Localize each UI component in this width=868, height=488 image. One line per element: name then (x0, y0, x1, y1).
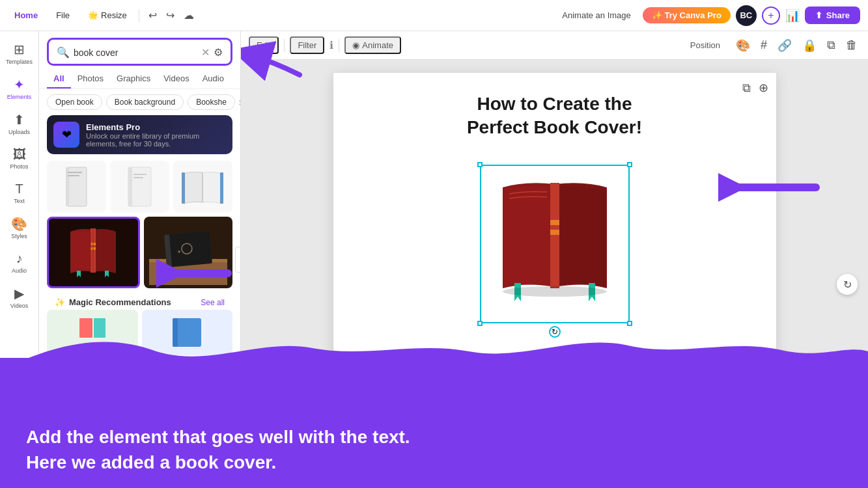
sidebar-item-templates[interactable]: ⊞ Templates (3, 36, 36, 70)
plus-btn[interactable]: + (762, 7, 780, 25)
handle-br[interactable] (627, 321, 632, 326)
grid-row-1 (47, 161, 232, 213)
toolbar-sep-1 (284, 39, 285, 52)
grid-row-2: ✦ (47, 217, 232, 288)
search-icon: 🔍 (57, 46, 70, 59)
chip-book-background[interactable]: Book background (106, 94, 184, 110)
share-btn[interactable]: ⬆ Share (805, 7, 860, 24)
book-selection-wrapper: ↻ (490, 171, 620, 317)
sidebar-item-photos[interactable]: 🖼 Photos (3, 142, 36, 175)
undo-btn[interactable]: ↩ (145, 7, 161, 24)
copy-icon[interactable]: ⧉ (824, 36, 838, 55)
file-btn[interactable]: File (49, 8, 76, 23)
book-illustration (490, 171, 620, 314)
position-btn[interactable]: Position (682, 38, 728, 53)
tab-audio[interactable]: Audio (196, 70, 231, 88)
sidebar-item-styles[interactable]: 🎨 Styles (3, 211, 36, 245)
sidebar-item-text[interactable]: T Text (3, 176, 36, 210)
svg-rect-2 (68, 172, 82, 173)
svg-rect-6 (133, 174, 147, 175)
delete-icon[interactable]: 🗑 (843, 36, 860, 55)
heart-icon: ❤ (62, 128, 72, 142)
canvas-book-area: ↻ (333, 146, 776, 342)
element-item-3[interactable] (173, 161, 232, 213)
videos-icon: ▶ (14, 286, 24, 301)
canvas-expand-icon[interactable]: ⊕ (756, 78, 771, 98)
handle-bl[interactable] (477, 321, 483, 326)
chart-icon[interactable]: 📊 (785, 8, 800, 23)
info-icon[interactable]: ℹ (329, 39, 333, 51)
tab-photos[interactable]: Photos (71, 70, 110, 88)
tab-all[interactable]: All (47, 70, 71, 88)
sun-icon: 🌟 (88, 10, 98, 20)
photos-icon: 🖼 (13, 147, 26, 162)
animate-icon: ◉ (352, 40, 359, 50)
magic-recommendations: ✨ Magic Recommendations See all (47, 292, 232, 310)
panel-collapse-handle[interactable]: ‹ (235, 247, 241, 273)
magic-rec-text: Magic Recommendations (69, 297, 171, 307)
tab-videos[interactable]: Videos (157, 70, 196, 88)
element-item-1[interactable] (47, 161, 106, 213)
sidebar-text-label: Text (14, 198, 25, 204)
cloud-btn[interactable]: ☁ (180, 7, 198, 24)
second-toolbar: Edit Filter ℹ ◉ Animate Position 🎨 # 🔗 🔒… (241, 31, 868, 60)
toolbar-tab-animate[interactable]: ◉ Animate (344, 36, 401, 54)
toolbar-tab-edit[interactable]: Edit (249, 36, 279, 54)
canvas-copy-icon[interactable]: ⧉ (740, 78, 753, 98)
search-input[interactable] (74, 47, 197, 58)
bottom-line2: Here we added a book cover. (26, 450, 842, 475)
link-icon[interactable]: 🔗 (775, 36, 794, 55)
promo-subtitle: Unlock our entire library of premium ele… (86, 132, 226, 148)
redo-btn[interactable]: ↪ (162, 7, 178, 24)
resize-btn[interactable]: 🌟 Resize (81, 8, 133, 23)
search-filter-icon[interactable]: ⚙ (214, 46, 223, 59)
promo-title: Elements Pro (86, 122, 226, 132)
wave-svg (0, 332, 868, 371)
sidebar-photos-label: Photos (10, 163, 28, 170)
handle-tl[interactable] (477, 162, 483, 167)
toolbar-right: Position 🎨 # 🔗 🔒 ⧉ 🗑 (682, 36, 860, 55)
chip-bookshe[interactable]: Bookshe (188, 94, 235, 110)
chip-open-book[interactable]: Open book (47, 94, 102, 110)
canvas-icons: ⧉ ⊕ (740, 78, 771, 98)
lock-icon[interactable]: 🔒 (800, 36, 819, 55)
magic-rec-label: ✨ Magic Recommendations (55, 297, 171, 307)
toolbar-tab-filter[interactable]: Filter (290, 36, 324, 54)
share-icon: ⬆ (815, 10, 822, 20)
sidebar-elements-label: Elements (7, 94, 32, 100)
home-btn[interactable]: Home (8, 8, 44, 23)
see-all-btn[interactable]: See all (201, 298, 225, 307)
eyedropper-icon[interactable]: 🎨 (733, 36, 753, 55)
svg-rect-9 (182, 172, 185, 204)
element-item-dark-book[interactable]: ✦ (144, 217, 233, 288)
sidebar-templates-label: Templates (6, 59, 33, 65)
svg-rect-28 (550, 220, 559, 225)
try-canva-btn[interactable]: ✨ Try Canva Pro (643, 7, 731, 23)
chip-next-icon[interactable]: › (239, 96, 240, 108)
avatar: BC (736, 5, 757, 26)
filter-tabs: All Photos Graphics Videos Audio (39, 70, 240, 89)
handle-tr[interactable] (627, 162, 632, 167)
nav-separator (139, 9, 139, 22)
sidebar-item-uploads[interactable]: ⬆ Uploads (3, 107, 36, 141)
sidebar-item-elements[interactable]: ✦ Elements (3, 72, 36, 105)
sidebar-item-audio[interactable]: ♪ Audio (3, 246, 36, 279)
bottom-section: Add the element that goes well with the … (0, 358, 868, 488)
undo-redo-group: ↩ ↪ ☁ (145, 7, 198, 24)
toolbar-sep-2 (339, 39, 339, 52)
nav-right: Animate an Image ✨ Try Canva Pro BC + 📊 … (555, 5, 860, 26)
canvas-title: How to Create the Perfect Book Cover! (333, 73, 776, 146)
tab-graphics[interactable]: Graphics (110, 70, 157, 88)
sidebar-item-videos[interactable]: ▶ Videos (3, 280, 36, 314)
grid-icon[interactable]: # (758, 36, 770, 55)
element-item-selected[interactable] (47, 217, 140, 288)
search-clear-icon[interactable]: ✕ (201, 46, 210, 59)
sidebar-styles-label: Styles (11, 233, 27, 239)
styles-icon: 🎨 (11, 216, 27, 232)
svg-rect-5 (128, 167, 132, 206)
element-item-2[interactable] (110, 161, 169, 213)
refresh-handle[interactable]: ↻ (837, 274, 858, 295)
promo-banner: ❤ Elements Pro Unlock our entire library… (47, 115, 232, 154)
animate-image-btn[interactable]: Animate an Image (555, 8, 637, 23)
tag-chips: Open book Book background Bookshe › (39, 94, 240, 115)
